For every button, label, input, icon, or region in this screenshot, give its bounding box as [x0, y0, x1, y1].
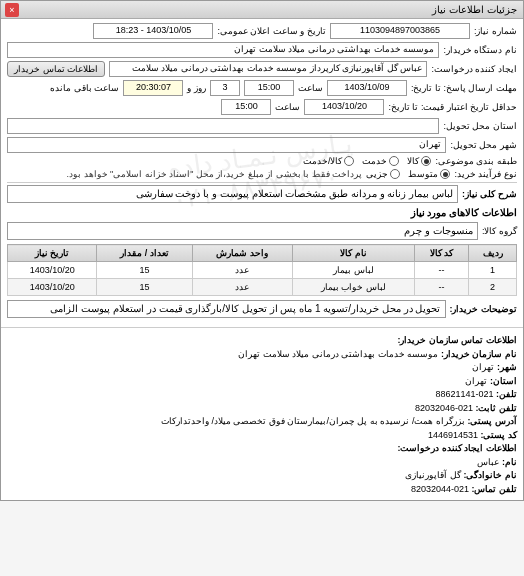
requester-value: عباس گل آقاپورنیازی کارپرداز موسسه خدمات…: [109, 61, 427, 77]
contact-postal: 1446914531: [428, 430, 478, 440]
process-label: نوع فرآیند خرید:: [454, 169, 517, 179]
radio-part[interactable]: [390, 169, 400, 179]
creator-lname: گل آقاپورنیازی: [405, 470, 461, 480]
validity-time: 15:00: [221, 99, 271, 115]
th-name: نام کالا: [292, 245, 414, 262]
req-no-value: 1103094897003865: [330, 23, 470, 39]
deadline-reply-date: 1403/10/09: [327, 80, 407, 96]
radio-both[interactable]: [344, 156, 354, 166]
creator-fname: عباس: [477, 457, 499, 467]
validity-label: حداقل تاریخ اعتبار قیمت: تا تاریخ:: [388, 102, 517, 112]
group-value: منسوجات و چرم: [7, 222, 478, 240]
time-left-label: ساعت باقی مانده: [50, 83, 119, 93]
th-unit: واحد شمارش: [192, 245, 292, 262]
contact-heading: اطلاعات تماس سازمان خریدار:: [398, 335, 518, 345]
validity-date: 1403/10/20: [304, 99, 384, 115]
contact-fax: 021-82032046: [415, 403, 473, 413]
contact-org-name: موسسه خدمات بهداشتی درمانی میلاد سلامت ت…: [238, 349, 438, 359]
contact-phone: 021-88621141: [435, 389, 493, 399]
requester-label: ایجاد کننده درخواست:: [431, 64, 517, 74]
contact-section: اطلاعات تماس سازمان خریدار: نام سازمان خ…: [1, 330, 523, 500]
window-title: جزئیات اطلاعات نیاز: [432, 4, 517, 15]
desc-title-label: شرح کلی نیاز:: [462, 189, 517, 199]
req-no-label: شماره نیاز:: [474, 26, 517, 36]
th-date: تاریخ نیاز: [8, 245, 97, 262]
contact-city: تهران: [472, 362, 494, 372]
th-code: کد کالا: [415, 245, 469, 262]
process-note: پرداخت فقط با بخشی از مبلغ خرید،از محل "…: [67, 169, 363, 179]
org-label: نام دستگاه خریدار:: [443, 45, 517, 55]
buyer-notes-label: توضیحات خریدار:: [450, 304, 518, 314]
radio-goods[interactable]: [421, 156, 431, 166]
delivery-city-value: تهران: [7, 137, 446, 153]
validity-time-label: ساعت: [275, 102, 300, 112]
close-icon[interactable]: ×: [5, 3, 19, 17]
announce-label: تاریخ و ساعت اعلان عمومی:: [217, 26, 326, 36]
deadline-time-label: ساعت: [298, 83, 323, 93]
delivery-province-value: [7, 118, 439, 134]
contact-province: تهران: [465, 376, 487, 386]
days-left-after: روز و: [187, 83, 206, 93]
group-label: گروه کالا:: [482, 226, 517, 236]
time-left: 20:30:07: [123, 80, 183, 96]
org-value: موسسه خدمات بهداشتی درمانی میلاد سلامت ت…: [7, 42, 439, 58]
table-row: 2 -- لباس خواب بیمار عدد 15 1403/10/20: [8, 279, 517, 296]
goods-table: ردیف کد کالا نام کالا واحد شمارش تعداد /…: [7, 244, 517, 296]
th-idx: ردیف: [469, 245, 517, 262]
announce-value: 1403/10/05 - 18:23: [93, 23, 213, 39]
goods-heading: اطلاعات کالاهای مورد نیاز: [7, 207, 517, 218]
process-radio-group: متوسط جزیی: [366, 169, 450, 179]
delivery-province-label: استان محل تحویل:: [443, 121, 517, 131]
creator-phone: 021-82032044: [411, 484, 469, 494]
buyer-notes-value: تحویل در محل خریدار/تسویه 1 ماه پس از تح…: [7, 300, 446, 318]
packaging-label: طبقه بندی موضوعی:: [435, 156, 517, 166]
contact-addr: بزرگراه همت/ نرسیده به پل چمران/بیمارستا…: [161, 416, 465, 426]
radio-mid[interactable]: [440, 169, 450, 179]
days-left: 3: [210, 80, 240, 96]
delivery-city-label: شهر محل تحویل:: [450, 140, 517, 150]
desc-title-value: لباس بیمار زنانه و مردانه طبق مشخصات است…: [7, 185, 458, 203]
creator-heading: اطلاعات ایجاد کننده درخواست:: [398, 443, 518, 453]
deadline-reply-label: مهلت ارسال پاسخ: تا تاریخ:: [411, 83, 517, 93]
table-row: 1 -- لباس بیمار عدد 15 1403/10/20: [8, 262, 517, 279]
window-header: جزئیات اطلاعات نیاز ×: [1, 1, 523, 19]
deadline-reply-time: 15:00: [244, 80, 294, 96]
contact-buyer-button[interactable]: اطلاعات تماس خریدار: [7, 61, 105, 77]
th-qty: تعداد / مقدار: [97, 245, 192, 262]
radio-service[interactable]: [389, 156, 399, 166]
packaging-radio-group: کالا خدمت کالا/خدمت: [303, 156, 432, 166]
